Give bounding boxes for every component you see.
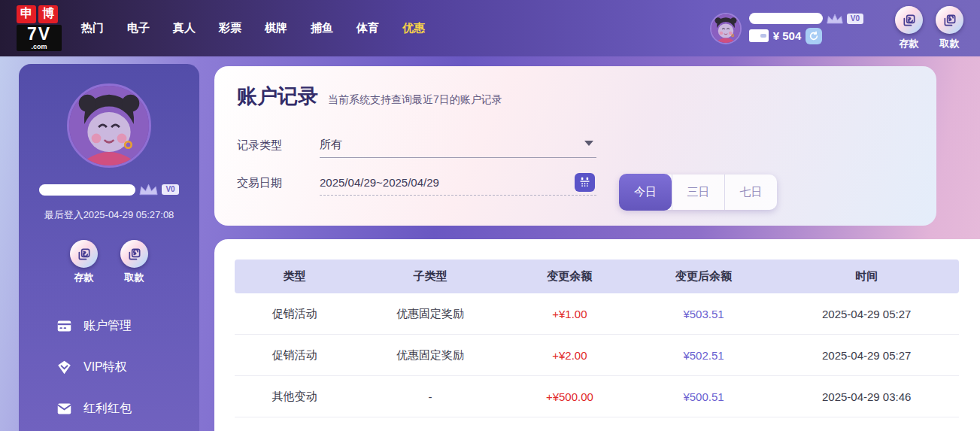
nav-item[interactable]: 彩票	[219, 21, 241, 35]
topbar: 申 博 7V .com 热门 电子 真人 彩票 棋牌 捕鱼 体育 优惠	[0, 0, 980, 56]
nav-item[interactable]: 优惠	[402, 21, 425, 35]
record-type-value: 所有	[320, 138, 342, 152]
balance-row: ¥ 504	[749, 28, 863, 44]
sidebar-vip-level-badge: V0	[162, 184, 178, 195]
vip-crown-icon	[826, 13, 844, 25]
sidebar-vip-crown-icon	[138, 183, 159, 196]
sidebar-item-account-management[interactable]: 账户管理	[56, 308, 199, 343]
table-header-row: 类型 子类型 变更余额 变更后余额 时间	[235, 260, 959, 293]
brand-logo-tiles: 申 博	[17, 5, 62, 23]
page: 申 博 7V .com 热门 电子 真人 彩票 棋牌 捕鱼 体育 优惠	[0, 0, 980, 431]
page-head: 账户记录 当前系统支持查询最近7日的账户记录	[237, 83, 914, 110]
last-login-text: 最后登入2025-04-29 05:27:08	[19, 208, 199, 222]
wallet-icon	[749, 29, 769, 42]
range-tab[interactable]: 七日	[724, 175, 777, 210]
nav-item[interactable]: 电子	[127, 21, 150, 35]
balance-amount: ¥ 504	[773, 29, 802, 42]
avatar[interactable]	[710, 13, 742, 44]
sidebar-avatar[interactable]	[67, 83, 151, 168]
sidebar-deposit-icon	[70, 240, 98, 268]
cell-time: 2025-04-29 05:27	[774, 308, 959, 320]
sidebar-item-label: 账户管理	[83, 318, 132, 334]
sidebar-deposit-label: 存款	[74, 271, 94, 284]
filters: 记录类型 所有 交易日期 2025/04/29~2025/04/29	[237, 126, 914, 202]
sidebar-item-vip[interactable]: VIP特权	[56, 350, 199, 384]
sidebar-withdraw-label: 取款	[125, 271, 144, 284]
records-table-panel: 类型 子类型 变更余额 变更后余额 时间 促销活动 优惠固定奖励 +¥1.00 …	[214, 239, 980, 431]
user-info: V0 ¥ 504	[749, 13, 863, 44]
vip-gem-icon	[56, 360, 72, 375]
table-header-cell: 类型	[235, 269, 354, 284]
nav-item[interactable]: 真人	[173, 21, 196, 35]
page-subtitle: 当前系统支持查询最近7日的账户记录	[328, 93, 502, 107]
main-nav: 热门 电子 真人 彩票 棋牌 捕鱼 体育 优惠	[81, 21, 425, 35]
nav-item[interactable]: 捕鱼	[311, 21, 333, 35]
deposit-button[interactable]: 存款	[895, 6, 923, 50]
brand-logo[interactable]: 申 博 7V .com	[17, 5, 62, 52]
table-row[interactable]: 促销活动 优惠固定奖励 +¥2.00 ¥502.51 2025-04-29 05…	[235, 335, 959, 376]
table-header-cell: 变更后余额	[633, 269, 775, 284]
table-row[interactable]: 其他变动 - +¥500.00 ¥500.51 2025-04-29 03:46	[235, 376, 959, 417]
calendar-icon[interactable]	[575, 173, 595, 192]
cell-subtype: 优惠固定奖励	[354, 307, 506, 321]
date-range-input[interactable]: 2025/04/29~2025/04/29	[320, 170, 596, 196]
cell-change-amount: +¥1.00	[506, 308, 633, 320]
refresh-balance-icon[interactable]	[806, 28, 822, 44]
cell-type: 其他变动	[235, 390, 354, 404]
record-type-label: 记录类型	[237, 138, 320, 153]
deposit-icon	[895, 6, 923, 34]
cell-balance-after: ¥500.51	[633, 390, 775, 403]
username-row: V0	[749, 13, 863, 25]
sidebar: V0 最后登入2025-04-29 05:27:08 存款	[19, 64, 199, 431]
date-range-tabs: 今日 三日 七日	[619, 175, 777, 210]
sidebar-withdraw-icon	[120, 240, 148, 268]
withdraw-button[interactable]: 取款	[936, 6, 963, 50]
brand-tile-2: 博	[38, 5, 58, 23]
brand-tile-1: 申	[17, 5, 36, 23]
sidebar-item-label: VIP特权	[83, 360, 127, 375]
account-records-panel: 账户记录 当前系统支持查询最近7日的账户记录 记录类型 所有 交易日期 2025…	[214, 66, 936, 226]
sidebar-censored-username	[39, 184, 135, 196]
red-envelope-icon	[56, 401, 72, 417]
vip-level-badge: V0	[847, 14, 863, 24]
table-header-cell: 子类型	[354, 269, 506, 284]
cell-balance-after: ¥502.51	[633, 349, 775, 362]
date-range-value: 2025/04/29~2025/04/29	[320, 176, 439, 189]
sidebar-menu: 账户管理 VIP特权 红利红包	[19, 308, 199, 431]
date-range-row: 交易日期 2025/04/29~2025/04/29	[237, 164, 914, 202]
cell-type: 促销活动	[235, 307, 354, 321]
record-type-select[interactable]: 所有	[320, 132, 596, 158]
deposit-label: 存款	[900, 37, 919, 50]
table-row[interactable]: 促销活动 优惠固定奖励 +¥1.00 ¥503.51 2025-04-29 05…	[235, 293, 959, 335]
range-tab[interactable]: 三日	[672, 175, 724, 210]
brand-name: 7V	[17, 25, 62, 43]
sidebar-deposit-button[interactable]: 存款	[70, 240, 98, 284]
sidebar-quick-actions: 存款 取款	[19, 240, 199, 284]
withdraw-label: 取款	[940, 37, 960, 50]
withdraw-icon	[936, 6, 963, 34]
avatar-image	[711, 14, 740, 43]
user-cluster: V0 ¥ 504	[710, 13, 863, 44]
range-tab[interactable]: 今日	[619, 174, 672, 211]
cell-subtype: 优惠固定奖励	[354, 348, 506, 363]
sidebar-withdraw-button[interactable]: 取款	[120, 240, 148, 284]
sidebar-item-label: 红利红包	[83, 401, 132, 417]
cell-balance-after: ¥503.51	[633, 308, 775, 320]
topbar-quick-actions: 存款 取款	[895, 6, 963, 50]
account-card-icon	[56, 318, 72, 334]
cell-time: 2025-04-29 05:27	[774, 349, 959, 362]
cell-type: 促销活动	[235, 348, 354, 363]
nav-item[interactable]: 棋牌	[265, 21, 287, 35]
sidebar-item-bonus[interactable]: 红利红包	[56, 391, 199, 426]
nav-item[interactable]: 热门	[81, 21, 104, 35]
table-header-cell: 变更余额	[506, 269, 633, 284]
chevron-down-icon	[584, 141, 593, 146]
cell-time: 2025-04-29 03:46	[774, 390, 959, 403]
date-range-label: 交易日期	[237, 176, 320, 190]
cell-change-amount: +¥500.00	[506, 390, 633, 403]
sidebar-avatar-image	[69, 86, 149, 165]
brand-suffix: .com	[17, 43, 62, 52]
record-type-row: 记录类型 所有	[237, 126, 914, 164]
nav-item[interactable]: 体育	[357, 21, 379, 35]
censored-username	[749, 13, 823, 24]
